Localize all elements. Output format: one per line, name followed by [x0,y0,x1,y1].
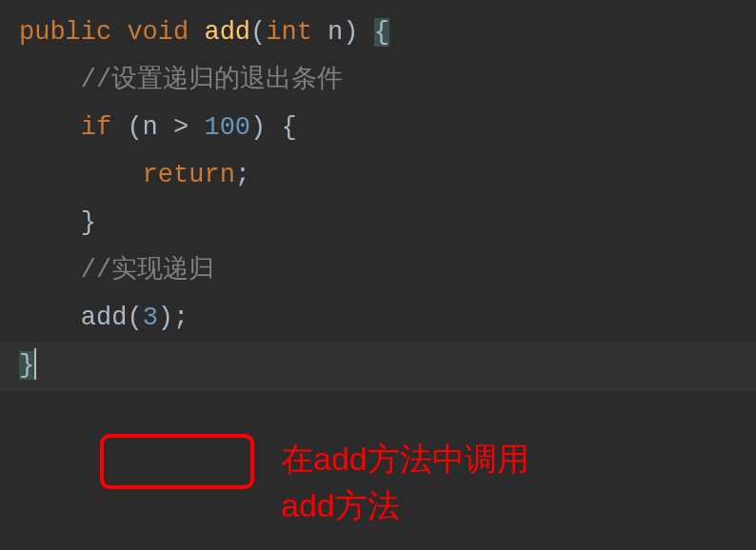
code-line-9: } [0,343,756,390]
annotation-text: 在add方法中调用 add方法 [281,436,529,530]
keyword-int: int [266,18,312,47]
code-line-5: } [0,200,756,247]
condition: (n > [111,113,204,142]
brace-open: { [374,18,389,47]
number-100: 100 [204,113,250,142]
semicolon: ; [235,161,250,189]
code-line-8: add(3); [0,295,756,343]
code-block: public void add(int n) { //设置递归的退出条件 if … [0,10,756,390]
indent [19,304,81,332]
highlight-box [100,434,254,489]
number-3: 3 [143,304,158,332]
keyword-return: return [19,161,235,189]
cursor-icon [34,348,36,379]
comment-exit: //设置递归的退出条件 [19,66,343,94]
if-end: ) { [250,113,297,142]
code-line-7: //实现递归 [0,247,756,295]
call-add: add( [81,304,143,332]
annotation-line-1: 在add方法中调用 [281,436,529,482]
code-line-1: public void add(int n) { [0,10,756,57]
method-add: add [189,18,250,47]
param-n: n) [312,18,374,47]
code-line-3: if (n > 100) { [0,105,756,152]
keyword-public: public [19,18,111,47]
close-brace: } [19,208,96,237]
code-line-2: //设置递归的退出条件 [0,57,756,105]
annotation-line-2: add方法 [281,482,529,529]
brace-close: } [19,351,34,380]
paren-open: ( [250,18,266,47]
keyword-void: void [111,18,189,47]
keyword-if: if [19,113,111,142]
call-end: ); [158,304,189,332]
code-line-4: return; [0,152,756,200]
comment-recurse: //实现递归 [19,256,214,285]
